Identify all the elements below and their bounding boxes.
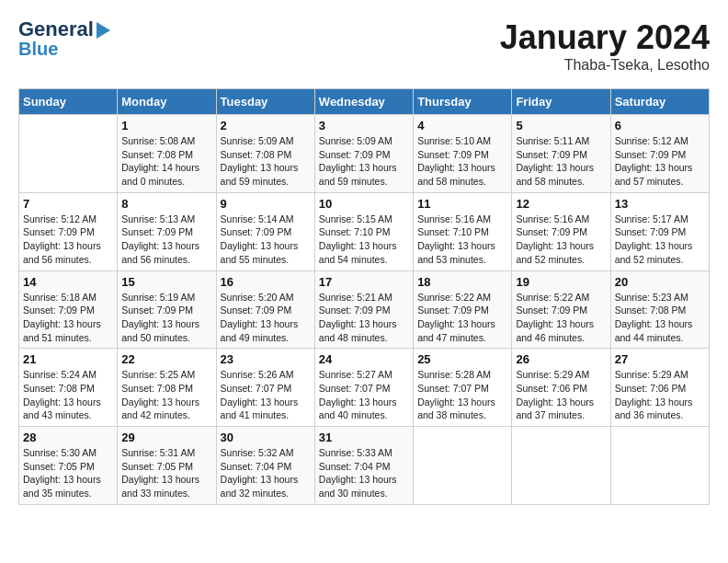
- day-info: Sunrise: 5:09 AMSunset: 7:08 PMDaylight:…: [221, 134, 311, 189]
- day-info: Sunrise: 5:13 AMSunset: 7:09 PMDaylight:…: [121, 213, 211, 267]
- calendar-cell: 30Sunrise: 5:32 AMSunset: 7:04 PMDayligh…: [216, 427, 314, 505]
- day-info: Sunrise: 5:10 AMSunset: 7:09 PMDaylight:…: [417, 134, 507, 189]
- calendar-cell: 24Sunrise: 5:27 AMSunset: 7:07 PMDayligh…: [314, 349, 413, 427]
- day-info: Sunrise: 5:12 AMSunset: 7:09 PMDaylight:…: [23, 213, 113, 267]
- calendar-cell: [414, 427, 512, 505]
- weekday-header-thursday: Thursday: [414, 89, 512, 115]
- calendar-cell: 25Sunrise: 5:28 AMSunset: 7:07 PMDayligh…: [414, 349, 512, 427]
- calendar-cell: 13Sunrise: 5:17 AMSunset: 7:09 PMDayligh…: [610, 192, 709, 270]
- day-number: 17: [319, 275, 409, 289]
- day-info: Sunrise: 5:18 AMSunset: 7:09 PMDaylight:…: [23, 291, 113, 345]
- day-info: Sunrise: 5:15 AMSunset: 7:10 PMDaylight:…: [319, 213, 409, 267]
- day-info: Sunrise: 5:09 AMSunset: 7:09 PMDaylight:…: [319, 134, 409, 189]
- day-number: 8: [121, 197, 211, 211]
- weekday-header-monday: Monday: [118, 89, 216, 115]
- page-header: General Blue January 2024 Thaba-Tseka, L…: [18, 18, 710, 74]
- day-number: 18: [417, 275, 507, 289]
- calendar-cell: 8Sunrise: 5:13 AMSunset: 7:09 PMDaylight…: [118, 192, 216, 270]
- day-number: 7: [23, 197, 113, 211]
- day-info: Sunrise: 5:08 AMSunset: 7:08 PMDaylight:…: [121, 134, 211, 189]
- logo-text-general: General: [18, 18, 94, 40]
- calendar-cell: 26Sunrise: 5:29 AMSunset: 7:06 PMDayligh…: [512, 349, 610, 427]
- calendar-cell: 27Sunrise: 5:29 AMSunset: 7:06 PMDayligh…: [610, 349, 709, 427]
- day-info: Sunrise: 5:17 AMSunset: 7:09 PMDaylight:…: [615, 213, 705, 267]
- day-number: 29: [121, 431, 211, 444]
- day-number: 3: [319, 119, 409, 132]
- day-number: 4: [417, 119, 507, 132]
- calendar-cell: 2Sunrise: 5:09 AMSunset: 7:08 PMDaylight…: [216, 115, 314, 193]
- calendar-cell: 5Sunrise: 5:11 AMSunset: 7:09 PMDaylight…: [512, 115, 610, 193]
- day-number: 1: [121, 119, 211, 132]
- calendar-cell: [512, 427, 610, 505]
- day-info: Sunrise: 5:23 AMSunset: 7:08 PMDaylight:…: [615, 291, 705, 345]
- day-number: 11: [417, 197, 507, 211]
- day-info: Sunrise: 5:14 AMSunset: 7:09 PMDaylight:…: [221, 213, 311, 267]
- week-row-0: 1Sunrise: 5:08 AMSunset: 7:08 PMDaylight…: [19, 115, 710, 193]
- day-number: 19: [516, 275, 606, 289]
- day-number: 26: [516, 352, 606, 366]
- weekday-header-sunday: Sunday: [19, 89, 118, 115]
- day-info: Sunrise: 5:28 AMSunset: 7:07 PMDaylight:…: [417, 368, 507, 422]
- calendar-cell: 9Sunrise: 5:14 AMSunset: 7:09 PMDaylight…: [216, 192, 314, 270]
- logo-text-blue: Blue: [18, 39, 58, 59]
- calendar-cell: 10Sunrise: 5:15 AMSunset: 7:10 PMDayligh…: [314, 192, 413, 270]
- day-info: Sunrise: 5:29 AMSunset: 7:06 PMDaylight:…: [516, 368, 606, 422]
- day-info: Sunrise: 5:16 AMSunset: 7:09 PMDaylight:…: [516, 213, 606, 267]
- day-number: 28: [23, 431, 113, 444]
- weekday-header-friday: Friday: [512, 89, 610, 115]
- day-number: 14: [23, 275, 113, 289]
- day-info: Sunrise: 5:32 AMSunset: 7:04 PMDaylight:…: [221, 446, 311, 500]
- day-number: 5: [516, 119, 606, 132]
- day-number: 2: [221, 119, 311, 132]
- week-row-2: 14Sunrise: 5:18 AMSunset: 7:09 PMDayligh…: [19, 270, 710, 349]
- weekday-header-tuesday: Tuesday: [216, 89, 314, 115]
- calendar-cell: 21Sunrise: 5:24 AMSunset: 7:08 PMDayligh…: [19, 349, 118, 427]
- day-number: 22: [121, 352, 211, 366]
- calendar-cell: 22Sunrise: 5:25 AMSunset: 7:08 PMDayligh…: [118, 349, 216, 427]
- calendar-cell: 18Sunrise: 5:22 AMSunset: 7:09 PMDayligh…: [414, 270, 512, 349]
- day-number: 24: [319, 352, 409, 366]
- calendar-cell: 23Sunrise: 5:26 AMSunset: 7:07 PMDayligh…: [216, 349, 314, 427]
- day-number: 12: [516, 197, 606, 211]
- day-info: Sunrise: 5:19 AMSunset: 7:09 PMDaylight:…: [121, 291, 211, 345]
- calendar-cell: [610, 427, 709, 505]
- day-info: Sunrise: 5:11 AMSunset: 7:09 PMDaylight:…: [516, 134, 606, 189]
- calendar-cell: 12Sunrise: 5:16 AMSunset: 7:09 PMDayligh…: [512, 192, 610, 270]
- calendar-cell: 1Sunrise: 5:08 AMSunset: 7:08 PMDaylight…: [118, 115, 216, 193]
- day-info: Sunrise: 5:12 AMSunset: 7:09 PMDaylight:…: [615, 134, 705, 189]
- day-info: Sunrise: 5:24 AMSunset: 7:08 PMDaylight:…: [23, 368, 113, 422]
- calendar-cell: 19Sunrise: 5:22 AMSunset: 7:09 PMDayligh…: [512, 270, 610, 349]
- day-info: Sunrise: 5:25 AMSunset: 7:08 PMDaylight:…: [121, 368, 211, 422]
- day-info: Sunrise: 5:16 AMSunset: 7:10 PMDaylight:…: [417, 213, 507, 267]
- calendar-cell: 6Sunrise: 5:12 AMSunset: 7:09 PMDaylight…: [610, 115, 709, 193]
- calendar-cell: 4Sunrise: 5:10 AMSunset: 7:09 PMDaylight…: [414, 115, 512, 193]
- calendar-cell: 28Sunrise: 5:30 AMSunset: 7:05 PMDayligh…: [19, 427, 118, 505]
- week-row-1: 7Sunrise: 5:12 AMSunset: 7:09 PMDaylight…: [19, 192, 710, 270]
- day-info: Sunrise: 5:31 AMSunset: 7:05 PMDaylight:…: [121, 446, 211, 500]
- title-block: January 2024 Thaba-Tseka, Lesotho: [500, 18, 710, 74]
- calendar-table: SundayMondayTuesdayWednesdayThursdayFrid…: [18, 88, 710, 505]
- day-number: 6: [615, 119, 705, 132]
- calendar-cell: 17Sunrise: 5:21 AMSunset: 7:09 PMDayligh…: [314, 270, 413, 349]
- day-info: Sunrise: 5:30 AMSunset: 7:05 PMDaylight:…: [23, 446, 113, 500]
- logo: General Blue: [18, 18, 110, 59]
- weekday-header-row: SundayMondayTuesdayWednesdayThursdayFrid…: [19, 89, 710, 115]
- calendar-cell: [19, 115, 118, 193]
- calendar-cell: 11Sunrise: 5:16 AMSunset: 7:10 PMDayligh…: [414, 192, 512, 270]
- day-info: Sunrise: 5:21 AMSunset: 7:09 PMDaylight:…: [319, 291, 409, 345]
- day-info: Sunrise: 5:20 AMSunset: 7:09 PMDaylight:…: [221, 291, 311, 345]
- calendar-cell: 14Sunrise: 5:18 AMSunset: 7:09 PMDayligh…: [19, 270, 118, 349]
- day-number: 31: [319, 431, 409, 444]
- day-number: 16: [221, 275, 311, 289]
- day-info: Sunrise: 5:22 AMSunset: 7:09 PMDaylight:…: [417, 291, 507, 345]
- calendar-cell: 15Sunrise: 5:19 AMSunset: 7:09 PMDayligh…: [118, 270, 216, 349]
- calendar-cell: 29Sunrise: 5:31 AMSunset: 7:05 PMDayligh…: [118, 427, 216, 505]
- day-info: Sunrise: 5:27 AMSunset: 7:07 PMDaylight:…: [319, 368, 409, 422]
- day-number: 20: [615, 275, 705, 289]
- day-number: 23: [221, 352, 311, 366]
- day-number: 15: [121, 275, 211, 289]
- calendar-title: January 2024: [500, 18, 710, 57]
- day-info: Sunrise: 5:33 AMSunset: 7:04 PMDaylight:…: [319, 446, 409, 500]
- weekday-header-saturday: Saturday: [610, 89, 709, 115]
- day-info: Sunrise: 5:26 AMSunset: 7:07 PMDaylight:…: [221, 368, 311, 422]
